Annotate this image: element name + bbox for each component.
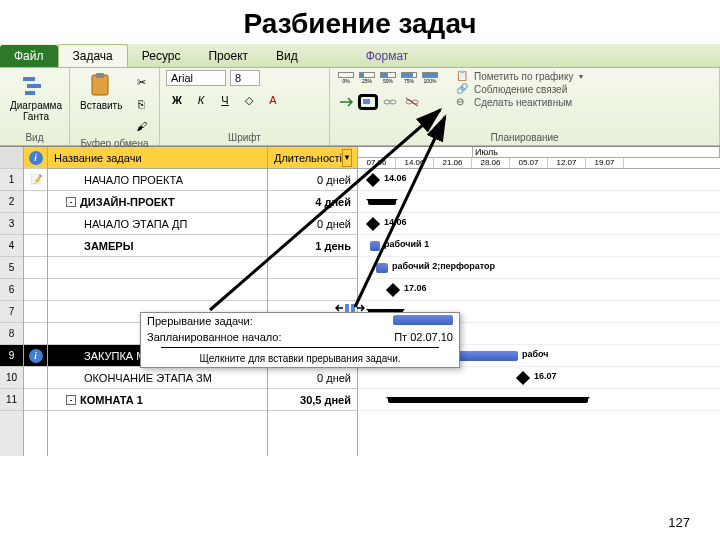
tab-view[interactable]: Вид [262, 45, 312, 67]
milestone-date: 17.06 [404, 283, 427, 293]
summary-bar[interactable] [368, 199, 396, 205]
indicator-cell: i [24, 345, 47, 367]
row-number[interactable]: 6 [0, 279, 23, 301]
bgcolor-button[interactable]: ◇ [238, 90, 260, 110]
duration-cell[interactable]: 0 дней [268, 169, 357, 191]
svg-line-11 [406, 98, 418, 106]
link-tasks-icon[interactable] [380, 94, 400, 110]
row-number[interactable]: 9 [0, 345, 23, 367]
mark-on-schedule-button[interactable]: 📋Пометить по графику▼ [456, 70, 584, 82]
gantt-row[interactable]: рабочий 1 [358, 235, 720, 257]
milestone-marker[interactable] [366, 173, 380, 187]
gantt-label: Диаграмма Ганта [10, 100, 62, 122]
link-icon: 🔗 [456, 83, 470, 95]
row-number[interactable]: 3 [0, 213, 23, 235]
tooltip-line1: Прерывание задачи: [147, 315, 253, 327]
tab-task[interactable]: Задача [58, 44, 128, 67]
milestone-date: 14.06 [384, 173, 407, 183]
row-number[interactable]: 10 [0, 367, 23, 389]
task-name-cell[interactable]: ЗАМЕРЫ [48, 235, 267, 257]
gantt-row[interactable]: 16.07 [358, 367, 720, 389]
tooltip-date: Пт 02.07.10 [394, 331, 453, 343]
respect-links-button[interactable]: 🔗Соблюдение связей [456, 83, 584, 95]
milestone-marker[interactable] [366, 217, 380, 231]
row-number[interactable]: 8 [0, 323, 23, 345]
copy-button[interactable]: ⎘ [130, 94, 152, 114]
tab-resource[interactable]: Ресурс [128, 45, 195, 67]
underline-button[interactable]: Ч [214, 90, 236, 110]
tooltip-hint: Щелкните для вставки прерывания задачи. [141, 350, 459, 367]
row-header-corner [0, 147, 23, 169]
pct-25[interactable]: 25% [357, 70, 377, 86]
svg-point-8 [390, 100, 396, 104]
move-task-icon[interactable] [336, 94, 356, 110]
gantt-chart[interactable]: Июль 07.0614.0621.0628.0605.0712.0719.07… [358, 147, 720, 456]
duration-cell[interactable]: 0 дней [268, 213, 357, 235]
task-name-header[interactable]: Название задачи [48, 147, 267, 169]
row-number[interactable]: 5 [0, 257, 23, 279]
duration-cell[interactable]: 1 день [268, 235, 357, 257]
gantt-row[interactable] [358, 191, 720, 213]
font-size-select[interactable] [230, 70, 260, 86]
duration-cell[interactable]: 0 дней [268, 367, 357, 389]
tab-format[interactable]: Формат [352, 45, 423, 67]
chevron-down-icon[interactable]: ▼ [342, 149, 352, 167]
gantt-day: 07.06 [358, 158, 396, 168]
format-painter-button[interactable]: 🖌 [130, 116, 152, 136]
indicator-cell [24, 367, 47, 389]
task-bar[interactable] [376, 263, 388, 273]
unlink-tasks-icon[interactable] [402, 94, 422, 110]
group-view: Диаграмма Ганта Вид [0, 68, 70, 145]
task-name-cell[interactable]: -КОМНАТА 1 [48, 389, 267, 411]
indicator-cell [24, 279, 47, 301]
duration-cell[interactable] [268, 257, 357, 279]
indicator-cell [24, 323, 47, 345]
italic-button[interactable]: К [190, 90, 212, 110]
task-name-cell[interactable] [48, 257, 267, 279]
milestone-marker[interactable] [386, 283, 400, 297]
paste-button[interactable]: Вставить [76, 70, 126, 113]
milestone-marker[interactable] [516, 371, 530, 385]
task-name-cell[interactable]: НАЧАЛО ЭТАПА ДП [48, 213, 267, 235]
gantt-row[interactable]: рабочий 2;перфоратор [358, 257, 720, 279]
task-name-cell[interactable]: -ДИЗАЙН-ПРОЕКТ [48, 191, 267, 213]
milestone-date: 16.07 [534, 371, 557, 381]
duration-header[interactable]: Длительності▼ [268, 147, 357, 169]
gantt-row[interactable]: 14.06 [358, 169, 720, 191]
task-name-cell[interactable]: ОКОНЧАНИЕ ЭТАПА ЗМ [48, 367, 267, 389]
gantt-row[interactable]: 14.06 [358, 213, 720, 235]
row-number[interactable]: 7 [0, 301, 23, 323]
gantt-row[interactable] [358, 389, 720, 411]
gantt-timeline-header: Июль 07.0614.0621.0628.0605.0712.0719.07 [358, 147, 720, 169]
gantt-row[interactable]: 17.06 [358, 279, 720, 301]
font-name-select[interactable] [166, 70, 226, 86]
cut-button[interactable]: ✂ [130, 72, 152, 92]
task-bar[interactable] [370, 241, 380, 251]
tab-project[interactable]: Проект [194, 45, 262, 67]
row-number[interactable]: 1 [0, 169, 23, 191]
fontcolor-button[interactable]: A [262, 90, 284, 110]
pct-50[interactable]: 50% [378, 70, 398, 86]
summary-bar[interactable] [388, 397, 588, 403]
task-name-cell[interactable] [48, 279, 267, 301]
outline-toggle[interactable]: - [66, 197, 76, 207]
row-number[interactable]: 4 [0, 235, 23, 257]
row-number[interactable]: 11 [0, 389, 23, 411]
outline-toggle[interactable]: - [66, 395, 76, 405]
ribbon-tabs: Файл Задача Ресурс Проект Вид Формат [0, 44, 720, 68]
pct-100[interactable]: 100% [420, 70, 440, 86]
split-cursor-icon [335, 298, 365, 320]
gantt-chart-button[interactable]: Диаграмма Ганта [6, 70, 66, 124]
make-inactive-button[interactable]: ⊖Сделать неактивным [456, 96, 584, 108]
duration-cell[interactable]: 4 дней [268, 191, 357, 213]
pct-75[interactable]: 75% [399, 70, 419, 86]
pct-0[interactable]: 0% [336, 70, 356, 86]
split-task-button[interactable] [358, 94, 378, 110]
tab-file[interactable]: Файл [0, 45, 58, 67]
row-number[interactable]: 2 [0, 191, 23, 213]
task-name-cell[interactable]: НАЧАЛО ПРОЕКТА [48, 169, 267, 191]
duration-cell[interactable]: 30,5 дней [268, 389, 357, 411]
bold-button[interactable]: Ж [166, 90, 188, 110]
resource-label: рабочий 2;перфоратор [392, 261, 495, 271]
resource-label: рабоч [522, 349, 549, 359]
